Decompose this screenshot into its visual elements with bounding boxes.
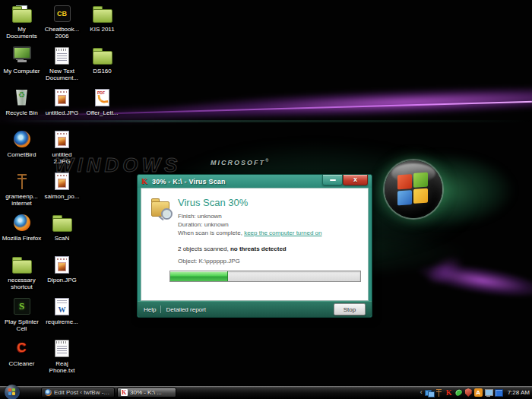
folder-icon	[93, 51, 112, 65]
desktop-icon-cometbird[interactable]: CometBird	[2, 128, 42, 170]
icon-label: Offer_Lett...	[79, 109, 126, 116]
image-file-icon	[55, 89, 69, 106]
taskbar-button-label: Edit Post ‹ twfBw - C...	[54, 389, 111, 396]
folder-icon	[52, 218, 72, 232]
image-file-icon	[55, 131, 69, 148]
purple-streak-bottom	[392, 237, 532, 309]
splinter-cell-icon	[14, 298, 30, 315]
desktop-icon-reaj-phone-txt[interactable]: Reaj Phone.txt	[42, 337, 82, 379]
desktop-icon-my-computer[interactable]: My Computer	[2, 45, 42, 87]
start-button[interactable]	[5, 385, 20, 399]
window-title: 30% - K:\ - Virus Scan	[152, 178, 226, 185]
desktop-icon-scan-folder[interactable]: ScaN	[42, 212, 82, 254]
microsoft-wordmark: MICROSOFT	[211, 159, 265, 166]
folder-documents-icon	[12, 9, 32, 23]
kaspersky-icon	[141, 178, 149, 185]
taskbar-button-edit-post[interactable]: Edit Post ‹ twfBw - C...	[41, 388, 115, 397]
desktop-icon-grameenphone-internet[interactable]: grameenp... internet	[2, 170, 42, 212]
desktop-icon-requirements-doc[interactable]: requireme...	[42, 296, 82, 337]
help-link[interactable]: Help	[144, 306, 156, 313]
desktop-icon-my-documents[interactable]: My Documents	[2, 3, 42, 45]
stop-button[interactable]: Stop	[334, 303, 366, 315]
scan-heading: Virus Scan 30%	[178, 197, 248, 208]
system-tray: ‹ 7:28 AM	[420, 386, 530, 399]
desktop-icon-new-text-document[interactable]: New Text Document...	[42, 45, 82, 87]
desktop-icon-offer-letter[interactable]: Offer_Lett...	[82, 87, 122, 128]
desktop-icon-ds160[interactable]: DS160	[82, 45, 122, 87]
recycle-bin-icon	[15, 90, 28, 106]
desktop-icon-kis-2011[interactable]: KIS 2011	[82, 3, 122, 45]
magnifier-icon	[161, 208, 173, 220]
taskbar: Edit Post ‹ twfBw - C... 30% - K:\ ... ‹…	[0, 385, 532, 399]
desktop-icon-ccleaner[interactable]: CCleaner	[2, 337, 42, 379]
desktop-icon-cheatbook-2006[interactable]: Cheatbook... 2006	[42, 3, 82, 45]
minimize-button[interactable]	[322, 175, 343, 185]
icon-label: Dipon.JPG	[39, 277, 86, 283]
icon-label: requireme...	[39, 318, 86, 325]
network-computers-icon[interactable]	[425, 388, 433, 397]
cometbird-icon	[45, 389, 52, 396]
desktop-icon-grid: My Documents Cheatbook... 2006 KIS 2011 …	[2, 3, 122, 379]
firefox-icon	[14, 214, 30, 231]
desktop-icon-necessary-shortcut[interactable]: necessary shortcut	[2, 254, 42, 296]
close-button[interactable]: x	[343, 175, 368, 185]
current-object-line: Object: K:\pppppp.JPG	[178, 258, 240, 264]
tray-clock: 7:28 AM	[508, 389, 530, 396]
icon-label: Reaj Phone.txt	[39, 360, 86, 374]
desktop-icon-saimon-po[interactable]: saimon_po...	[42, 170, 82, 212]
windows-orb-logo	[385, 160, 442, 218]
dialog-content: Virus Scan 30% Finish: unknown Duration:…	[141, 188, 369, 301]
dialog-footer: Help Detailed report Stop	[138, 301, 372, 317]
keyboard-icon[interactable]	[474, 388, 483, 397]
tray-collapse-chevron[interactable]: ‹	[420, 389, 423, 396]
security-shield-icon[interactable]	[464, 388, 473, 397]
icon-label: DS160	[79, 68, 126, 74]
footer-separator	[160, 306, 161, 313]
windows-flag-icon	[397, 173, 429, 207]
image-file-icon	[55, 173, 69, 190]
complete-prefix: When scan is complete,	[178, 230, 244, 236]
objects-scanned-line: 2 objects scanned, no threats detected	[178, 245, 287, 252]
wallpaper-microsoft-text: MICROSOFT®	[211, 157, 270, 166]
registered-mark: ®	[265, 158, 270, 163]
computer-monitor-icon	[13, 46, 31, 65]
desktop-icon-untitled-2-jpg[interactable]: untitled 2.JPG	[42, 128, 82, 170]
antenna-icon[interactable]	[435, 388, 443, 397]
monitor-icon[interactable]	[484, 388, 492, 397]
kaspersky-icon	[121, 389, 128, 396]
icon-label: untitled 2.JPG	[39, 151, 86, 165]
antenna-icon	[16, 173, 28, 189]
desktop-icon-play-splinter-cell[interactable]: Play Splinter Cell	[2, 296, 42, 337]
folder-icon	[12, 260, 32, 274]
minimize-icon	[330, 179, 336, 181]
word-file-icon	[55, 298, 69, 315]
desktop-icon-mozilla-firefox[interactable]: Mozilla Firefox	[2, 212, 42, 254]
image-file-icon	[55, 256, 69, 274]
icon-label: KIS 2011	[79, 26, 126, 33]
scan-progress-bar	[169, 271, 361, 282]
virus-scan-window: 30% - K:\ - Virus Scan x Virus Scan 30% …	[137, 174, 372, 318]
desktop-icon-untitled-jpg[interactable]: untitled.JPG	[42, 87, 82, 128]
detailed-report-link[interactable]: Detailed report	[166, 306, 205, 313]
window-controls: x	[322, 175, 368, 185]
desktop-icon-dipon-jpg[interactable]: Dipon.JPG	[42, 254, 82, 296]
scan-folder-icon	[151, 195, 172, 220]
desktop-icon-recycle-bin[interactable]: Recycle Bin	[2, 87, 42, 128]
text-file-icon	[55, 340, 69, 357]
kaspersky-icon[interactable]	[445, 388, 453, 397]
progress-fill	[170, 271, 228, 281]
cometbird-icon	[14, 131, 30, 147]
display-icon[interactable]	[494, 388, 502, 397]
scan-meta: Finish: unknown Duration: unknown When s…	[178, 212, 321, 237]
phone-icon[interactable]	[454, 388, 463, 397]
keep-computer-on-link[interactable]: keep the computer turned on	[244, 230, 321, 236]
taskbar-buttons: Edit Post ‹ twfBw - C... 30% - K:\ ...	[41, 388, 176, 397]
taskbar-button-label: 30% - K:\ ...	[130, 389, 162, 396]
objects-prefix: 2 objects scanned,	[178, 245, 230, 252]
complete-line: When scan is complete, keep the computer…	[178, 229, 321, 237]
pdf-file-icon	[95, 89, 109, 106]
windows-start-icon	[8, 388, 16, 396]
folder-icon	[93, 9, 112, 23]
icon-label: ScaN	[39, 235, 86, 242]
taskbar-button-virus-scan[interactable]: 30% - K:\ ...	[117, 388, 176, 397]
